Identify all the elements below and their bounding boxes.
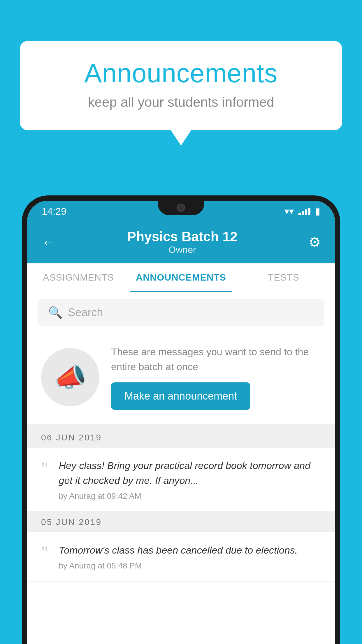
date-header-2: 05 JUN 2019: [27, 512, 335, 532]
intro-section: Announcements keep all your students inf…: [20, 41, 342, 130]
announcement-text-1: Hey class! Bring your practical record b…: [59, 458, 321, 488]
status-time: 14:29: [42, 206, 66, 217]
date-header-1: 06 JUN 2019: [27, 427, 335, 448]
tab-bar: ASSIGNMENTS ANNOUNCEMENTS TESTS: [27, 263, 335, 292]
megaphone-icon: 📣: [54, 362, 87, 393]
tab-assignments[interactable]: ASSIGNMENTS: [27, 263, 130, 292]
search-bar[interactable]: 🔍 Search: [38, 299, 324, 326]
tab-tests[interactable]: TESTS: [232, 263, 335, 292]
battery-icon: ▮: [315, 206, 320, 217]
search-container: 🔍 Search: [27, 292, 335, 333]
promo-description: These are messages you want to send to t…: [111, 344, 321, 374]
search-placeholder: Search: [68, 306, 103, 319]
bubble-subtitle: keep all your students informed: [43, 94, 319, 110]
search-icon: 🔍: [48, 306, 63, 319]
announcement-icon-circle: 📣: [41, 348, 99, 406]
back-button[interactable]: ←: [41, 233, 56, 251]
announcement-content-1: Hey class! Bring your practical record b…: [59, 458, 321, 501]
announcement-meta-1: by Anurag at 09:42 AM: [59, 491, 321, 501]
announcement-text-2: Tomorrow's class has been cancelled due …: [59, 543, 321, 558]
make-announcement-button[interactable]: Make an announcement: [111, 382, 250, 410]
announcement-item-1[interactable]: " Hey class! Bring your practical record…: [27, 448, 335, 512]
bubble-title: Announcements: [43, 58, 319, 88]
app-header: ← Physics Batch 12 Owner ⚙: [27, 222, 335, 263]
phone-screen: 14:29 ▾▾ ▮ ← Physics Batch 12: [27, 201, 335, 644]
status-icons: ▾▾ ▮: [284, 206, 320, 217]
settings-icon[interactable]: ⚙: [308, 234, 321, 250]
quote-icon-2: ": [41, 544, 48, 561]
date-label-1: 06 JUN 2019: [41, 433, 102, 442]
user-role: Owner: [127, 244, 237, 255]
announcement-meta-2: by Anurag at 05:48 PM: [59, 561, 321, 570]
date-label-2: 05 JUN 2019: [41, 517, 102, 527]
phone-notch: [158, 201, 204, 215]
promo-right: These are messages you want to send to t…: [111, 344, 321, 410]
batch-name: Physics Batch 12: [127, 229, 237, 244]
front-camera: [177, 204, 185, 212]
promo-section: 📣 These are messages you want to send to…: [27, 333, 335, 427]
announcement-content-2: Tomorrow's class has been cancelled due …: [59, 543, 321, 570]
speech-bubble: Announcements keep all your students inf…: [20, 41, 342, 130]
wifi-icon: ▾▾: [284, 206, 294, 217]
header-center: Physics Batch 12 Owner: [127, 229, 237, 255]
quote-icon-1: ": [41, 459, 48, 477]
tab-announcements[interactable]: ANNOUNCEMENTS: [130, 263, 232, 292]
phone-outer: 14:29 ▾▾ ▮ ← Physics Batch 12: [22, 195, 340, 644]
phone-mockup: 14:29 ▾▾ ▮ ← Physics Batch 12: [22, 195, 340, 644]
signal-icon: [298, 207, 310, 215]
announcement-item-2[interactable]: " Tomorrow's class has been cancelled du…: [27, 532, 335, 582]
